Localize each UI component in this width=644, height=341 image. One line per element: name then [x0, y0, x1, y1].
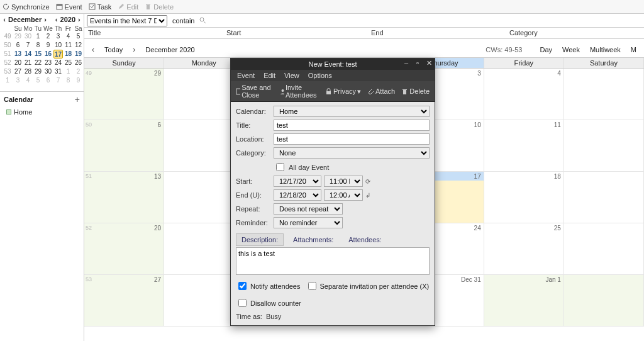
col-title[interactable]: Title: [84, 28, 223, 38]
task-button[interactable]: Task: [89, 3, 112, 11]
end-date-select[interactable]: 12/18/20: [274, 189, 321, 201]
col-start[interactable]: Start: [223, 28, 367, 38]
minical-day[interactable]: 7: [23, 41, 33, 50]
minical-day[interactable]: 5: [74, 32, 83, 41]
minical-day[interactable]: 3: [13, 76, 23, 85]
day-cell[interactable]: 2753: [84, 275, 164, 327]
link-times-icon[interactable]: ↲: [365, 192, 370, 199]
menu-edit[interactable]: Edit: [264, 72, 275, 79]
year-label[interactable]: 2020: [60, 16, 75, 23]
minical-day[interactable]: 6: [43, 76, 53, 85]
tab-description[interactable]: Description:: [236, 233, 284, 246]
tab-attachments[interactable]: Attachments:: [287, 233, 339, 246]
minical-day[interactable]: 25: [64, 59, 73, 67]
minical-day[interactable]: 9: [43, 41, 53, 50]
minical-day[interactable]: 2: [43, 32, 53, 41]
start-time-select[interactable]: 11:00 PM: [324, 176, 363, 187]
col-category[interactable]: Category: [506, 28, 541, 38]
minical-day[interactable]: 13: [13, 50, 23, 59]
minical-day[interactable]: 29: [33, 67, 43, 76]
menu-options[interactable]: Options: [308, 72, 332, 79]
minical-day[interactable]: 16: [43, 50, 53, 59]
minical-day[interactable]: 15: [33, 50, 43, 59]
year-prev[interactable]: ‹: [54, 16, 59, 23]
minical-day[interactable]: 31: [53, 67, 63, 76]
minical-day[interactable]: 14: [23, 50, 33, 59]
day-cell[interactable]: 11: [484, 120, 564, 172]
minical-day[interactable]: 3: [53, 32, 63, 41]
category-select[interactable]: None: [274, 147, 430, 159]
allday-row[interactable]: All day Event: [274, 161, 329, 173]
location-input[interactable]: [274, 133, 430, 145]
prev-button[interactable]: ‹: [89, 45, 97, 54]
view-day[interactable]: Day: [537, 45, 555, 55]
event-button[interactable]: Event: [56, 3, 82, 11]
col-end[interactable]: End: [367, 28, 506, 38]
minical-day[interactable]: 29: [13, 32, 23, 41]
minical-day[interactable]: 11: [64, 41, 73, 50]
day-cell[interactable]: [564, 223, 644, 275]
calendar-select[interactable]: Home: [274, 106, 430, 117]
disallow-checkbox[interactable]: [238, 299, 247, 307]
today-button[interactable]: Today: [104, 46, 123, 53]
day-cell[interactable]: 4: [484, 69, 564, 120]
sync-button[interactable]: Synchronize: [3, 3, 50, 11]
reminder-select[interactable]: No reminder: [274, 217, 343, 228]
delete-button[interactable]: Delete: [145, 3, 174, 11]
allday-checkbox[interactable]: [276, 163, 284, 171]
minical-day[interactable]: 4: [23, 76, 33, 85]
month-label[interactable]: December: [8, 16, 42, 23]
view-week[interactable]: Week: [560, 45, 582, 55]
minimize-button[interactable]: –: [402, 59, 411, 67]
timeas-value[interactable]: Busy: [266, 313, 281, 320]
invite-attendees-button[interactable]: Invite Attendees: [279, 84, 319, 99]
minical-day[interactable]: 22: [33, 59, 43, 67]
edit-button[interactable]: Edit: [118, 3, 138, 11]
calendar-item-home[interactable]: Home: [0, 107, 84, 117]
day-cell[interactable]: 25: [484, 223, 564, 275]
maximize-button[interactable]: ▫: [413, 59, 422, 67]
month-next[interactable]: ›: [43, 16, 48, 23]
minical-day[interactable]: 9: [74, 76, 83, 85]
minical-day[interactable]: 6: [13, 41, 23, 50]
menu-view[interactable]: View: [284, 72, 299, 79]
minical-day[interactable]: 5: [33, 76, 43, 85]
dialog-delete-button[interactable]: Delete: [401, 87, 430, 95]
separate-checkbox[interactable]: [308, 282, 316, 290]
minical-day[interactable]: 12: [74, 41, 83, 50]
day-cell[interactable]: [564, 172, 644, 223]
day-cell[interactable]: 18: [484, 172, 564, 223]
minical-day[interactable]: 1: [33, 32, 43, 41]
minical-day[interactable]: 8: [33, 41, 43, 50]
minical-day[interactable]: 4: [64, 32, 73, 41]
save-close-button[interactable]: Save and Close: [236, 84, 273, 99]
close-button[interactable]: ✕: [425, 59, 433, 67]
menu-event[interactable]: Event: [237, 72, 255, 79]
minical-day[interactable]: 23: [43, 59, 53, 67]
tab-attendees[interactable]: Attendees:: [343, 233, 387, 246]
notify-attendees-row[interactable]: Notify attendees: [236, 280, 301, 292]
minical-day[interactable]: 21: [23, 59, 33, 67]
minical-day[interactable]: 28: [23, 67, 33, 76]
events-filter-select[interactable]: Events in the Next 7 Days: [87, 15, 167, 26]
title-input[interactable]: [274, 120, 430, 131]
start-date-select[interactable]: 12/17/20: [274, 176, 321, 187]
day-cell[interactable]: Jan 1: [484, 275, 564, 327]
next-button[interactable]: ›: [130, 45, 138, 54]
day-cell[interactable]: [564, 120, 644, 172]
minical-day[interactable]: 18: [64, 50, 73, 59]
minical-day[interactable]: 19: [74, 50, 83, 59]
dialog-titlebar[interactable]: New Event: test – ▫ ✕: [231, 59, 435, 70]
end-time-select[interactable]: 12:00 AM: [324, 189, 363, 201]
minical-day[interactable]: 24: [53, 59, 63, 67]
year-next[interactable]: ›: [77, 16, 82, 23]
attach-button[interactable]: Attach: [367, 87, 395, 95]
timezone-icon[interactable]: ⟳: [365, 178, 370, 185]
description-textarea[interactable]: [236, 247, 430, 275]
day-cell[interactable]: 1351: [84, 172, 164, 223]
minical-day[interactable]: 10: [53, 41, 63, 50]
minical-day[interactable]: 8: [64, 76, 73, 85]
minical-day[interactable]: 30: [23, 32, 33, 41]
minical-day[interactable]: 26: [74, 59, 83, 67]
add-calendar-button[interactable]: +: [75, 94, 80, 104]
